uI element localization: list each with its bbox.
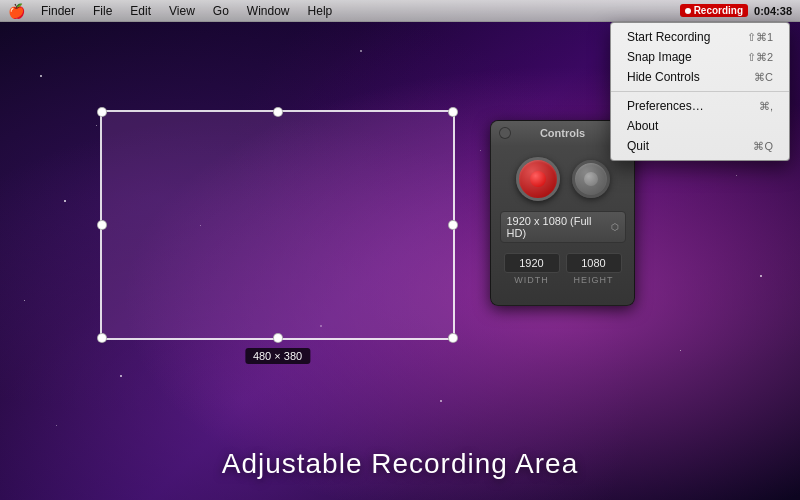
menu-item-snap-image[interactable]: Snap Image ⇧⌘2: [611, 47, 789, 67]
handle-mid-right[interactable]: [448, 220, 458, 230]
selection-inner: [102, 112, 453, 338]
record-button[interactable]: [516, 157, 560, 201]
menubar-clock: 0:04:38: [754, 5, 792, 17]
menu-item-hide-controls[interactable]: Hide Controls ⌘C: [611, 67, 789, 87]
menubar-help[interactable]: Help: [300, 0, 341, 22]
record-button-inner: [530, 171, 546, 187]
snap-button-inner: [584, 172, 598, 186]
width-input[interactable]: [504, 253, 560, 273]
width-label: WIDTH: [514, 275, 549, 285]
menubar-go[interactable]: Go: [205, 0, 237, 22]
height-input-group: HEIGHT: [566, 253, 622, 285]
dimension-inputs: WIDTH HEIGHT: [504, 253, 622, 285]
handle-bottom-left[interactable]: [97, 333, 107, 343]
bottom-title: Adjustable Recording Area: [0, 448, 800, 480]
menubar-view[interactable]: View: [161, 0, 203, 22]
menu-separator-1: [611, 91, 789, 92]
recording-selection-area[interactable]: 480 × 380: [100, 110, 455, 340]
width-input-group: WIDTH: [504, 253, 560, 285]
menubar-edit[interactable]: Edit: [122, 0, 159, 22]
snap-button[interactable]: [572, 160, 610, 198]
height-input[interactable]: [566, 253, 622, 273]
handle-top-left[interactable]: [97, 107, 107, 117]
handle-top-right[interactable]: [448, 107, 458, 117]
menu-item-quit[interactable]: Quit ⌘Q: [611, 136, 789, 156]
menu-item-start-recording[interactable]: Start Recording ⇧⌘1: [611, 27, 789, 47]
recording-badge: Recording: [680, 4, 748, 17]
resolution-value: 1920 x 1080 (Full HD): [507, 215, 611, 239]
menubar-items: Finder File Edit View Go Window Help: [33, 0, 680, 22]
height-label: HEIGHT: [573, 275, 613, 285]
recording-label: Recording: [694, 5, 743, 16]
resolution-arrow-icon: ⬡: [611, 222, 619, 232]
recording-dot: [685, 8, 691, 14]
menubar-window[interactable]: Window: [239, 0, 298, 22]
menubar: 🍎 Finder File Edit View Go Window Help R…: [0, 0, 800, 22]
menubar-finder[interactable]: Finder: [33, 0, 83, 22]
menu-item-preferences[interactable]: Preferences… ⌘,: [611, 96, 789, 116]
handle-top-center[interactable]: [273, 107, 283, 117]
handle-mid-left[interactable]: [97, 220, 107, 230]
controls-title: Controls: [540, 127, 585, 139]
resolution-select[interactable]: 1920 x 1080 (Full HD) ⬡: [500, 211, 626, 243]
handle-bottom-right[interactable]: [448, 333, 458, 343]
controls-body: 1920 x 1080 (Full HD) ⬡ WIDTH HEIGHT: [491, 145, 634, 293]
menubar-file[interactable]: File: [85, 0, 120, 22]
apple-menu-icon[interactable]: 🍎: [8, 3, 25, 19]
selection-size-label: 480 × 380: [245, 348, 310, 364]
app-dropdown-menu: Start Recording ⇧⌘1 Snap Image ⇧⌘2 Hide …: [610, 22, 790, 161]
handle-bottom-center[interactable]: [273, 333, 283, 343]
controls-close-button[interactable]: [499, 127, 511, 139]
menu-item-about[interactable]: About: [611, 116, 789, 136]
controls-buttons: [516, 157, 610, 201]
menubar-right: Recording 0:04:38: [680, 4, 792, 17]
